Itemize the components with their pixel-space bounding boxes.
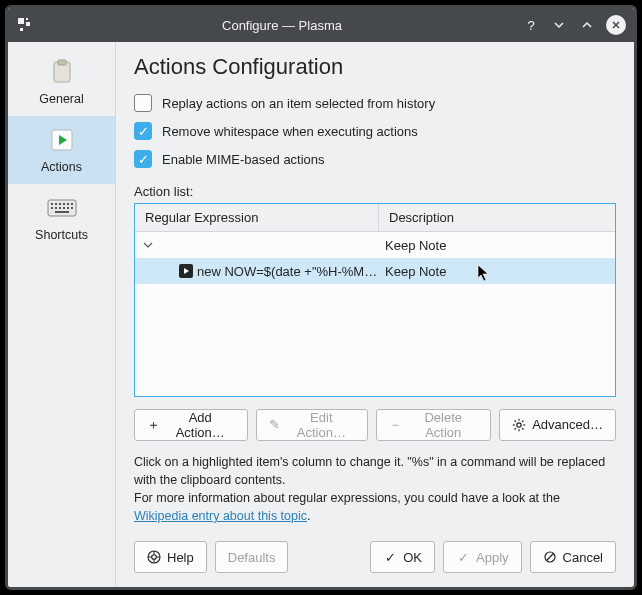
sidebar-item-label: Actions [41, 160, 82, 174]
tree-row-child[interactable]: new NOW=$(date +"%H-%M… Keep Note [135, 258, 615, 284]
check-icon: ✓ [383, 550, 397, 564]
sidebar-item-actions[interactable]: Actions [8, 116, 115, 184]
tree-body: Keep Note new NOW=$(date +"%H-%M… Keep N… [135, 232, 615, 396]
tree-header: Regular Expression Description [135, 204, 615, 232]
main-panel: Actions Configuration Replay actions on … [116, 42, 634, 587]
window-controls: ? [522, 15, 626, 35]
lifebuoy-icon [147, 550, 161, 564]
gear-icon [512, 418, 526, 432]
cancel-button[interactable]: Cancel [530, 541, 616, 573]
apply-button[interactable]: ✓ Apply [443, 541, 522, 573]
checkbox-replay[interactable] [134, 94, 152, 112]
plasma-app-icon [16, 16, 34, 34]
play-icon [46, 124, 78, 156]
svg-rect-1 [26, 18, 28, 20]
close-button[interactable] [606, 15, 626, 35]
svg-rect-16 [59, 207, 61, 209]
tree-cell-desc: Keep Note [379, 238, 615, 253]
action-command-icon [179, 264, 193, 278]
keyboard-icon [46, 192, 78, 224]
maximize-button[interactable] [578, 16, 596, 34]
sidebar-item-shortcuts[interactable]: Shortcuts [8, 184, 115, 252]
svg-rect-3 [20, 28, 23, 31]
check-replay-row: Replay actions on an item selected from … [134, 94, 616, 112]
svg-rect-20 [55, 211, 69, 213]
advanced-button[interactable]: Advanced… [499, 409, 616, 441]
add-action-button[interactable]: ＋ Add Action… [134, 409, 248, 441]
svg-line-37 [546, 554, 553, 561]
checkbox-mime[interactable] [134, 150, 152, 168]
help-text-line1: Click on a highlighted item's column to … [134, 455, 605, 487]
minimize-button[interactable] [550, 16, 568, 34]
tree-row-parent[interactable]: Keep Note [135, 232, 615, 258]
svg-line-29 [522, 420, 523, 421]
minus-icon: － [389, 418, 402, 432]
titlebar[interactable]: Configure — Plasma ? [8, 8, 634, 42]
svg-rect-11 [63, 203, 65, 205]
svg-rect-12 [67, 203, 69, 205]
window-title: Configure — Plasma [42, 18, 522, 33]
help-text: Click on a highlighted item's column to … [134, 453, 616, 526]
svg-rect-15 [55, 207, 57, 209]
help-text-line2-pre: For more information about regular expre… [134, 491, 560, 505]
svg-rect-13 [71, 203, 73, 205]
svg-line-27 [522, 428, 523, 429]
help-titlebar-button[interactable]: ? [522, 16, 540, 34]
svg-line-28 [515, 428, 516, 429]
cancel-icon [543, 550, 557, 564]
svg-point-31 [152, 555, 157, 560]
svg-rect-18 [67, 207, 69, 209]
sidebar-item-label: General [39, 92, 83, 106]
tree-cell-regex: new NOW=$(date +"%H-%M… [197, 264, 377, 279]
ok-button[interactable]: ✓ OK [370, 541, 435, 573]
configure-window: Configure — Plasma ? General Actions [5, 5, 637, 590]
pencil-icon: ✎ [269, 418, 282, 432]
svg-rect-0 [18, 18, 24, 24]
window-body: General Actions Shortcuts Actions Config… [8, 42, 634, 587]
action-buttons-row: ＋ Add Action… ✎ Edit Action… － Delete Ac… [134, 409, 616, 441]
checkbox-whitespace-label[interactable]: Remove whitespace when executing actions [162, 124, 418, 139]
column-regex[interactable]: Regular Expression [135, 204, 379, 231]
tree-cell-desc: Keep Note [379, 264, 615, 279]
action-list-label: Action list: [134, 184, 616, 199]
svg-rect-8 [51, 203, 53, 205]
dialog-footer: Help Defaults ✓ OK ✓ Apply Cancel [134, 541, 616, 573]
wikipedia-link[interactable]: Wikipedia entry about this topic [134, 509, 307, 523]
svg-line-26 [515, 420, 516, 421]
defaults-button[interactable]: Defaults [215, 541, 289, 573]
page-title: Actions Configuration [134, 54, 616, 80]
column-description[interactable]: Description [379, 204, 615, 231]
sidebar-item-general[interactable]: General [8, 48, 115, 116]
expand-toggle-icon[interactable] [141, 238, 155, 252]
checkbox-whitespace[interactable] [134, 122, 152, 140]
svg-rect-17 [63, 207, 65, 209]
check-whitespace-row: Remove whitespace when executing actions [134, 122, 616, 140]
svg-point-21 [517, 422, 521, 426]
svg-rect-2 [26, 22, 30, 26]
svg-rect-10 [59, 203, 61, 205]
svg-rect-5 [58, 60, 66, 65]
help-text-line2-post: . [307, 509, 310, 523]
clipboard-icon [46, 56, 78, 88]
delete-action-button[interactable]: － Delete Action [376, 409, 491, 441]
svg-rect-9 [55, 203, 57, 205]
action-list-tree[interactable]: Regular Expression Description Keep Note… [134, 203, 616, 397]
sidebar-item-label: Shortcuts [35, 228, 88, 242]
checkbox-replay-label[interactable]: Replay actions on an item selected from … [162, 96, 435, 111]
plus-icon: ＋ [147, 418, 160, 432]
edit-action-button[interactable]: ✎ Edit Action… [256, 409, 369, 441]
check-icon: ✓ [456, 550, 470, 564]
footer-spacer [296, 541, 362, 573]
svg-rect-14 [51, 207, 53, 209]
sidebar: General Actions Shortcuts [8, 42, 116, 587]
checkbox-mime-label[interactable]: Enable MIME-based actions [162, 152, 325, 167]
check-mime-row: Enable MIME-based actions [134, 150, 616, 168]
svg-rect-19 [71, 207, 73, 209]
help-button[interactable]: Help [134, 541, 207, 573]
